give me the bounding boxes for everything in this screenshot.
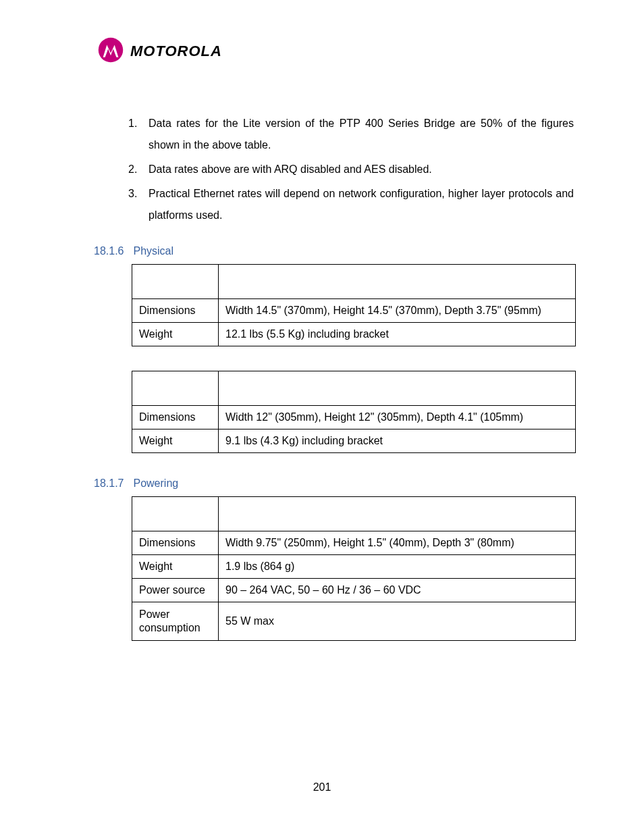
spec-value: Width 14.5" (370mm), Height 14.5" (370mm…: [219, 299, 576, 323]
svg-point-0: [99, 38, 123, 62]
spec-value: 9.1 lbs (4.3 Kg) including bracket: [219, 429, 576, 453]
table-row: Dimensions Width 12" (305mm), Height 12"…: [132, 406, 576, 429]
table-row: [132, 371, 576, 406]
page-number: 201: [0, 781, 644, 793]
powering-table: Dimensions Width 9.75" (250mm), Height 1…: [132, 496, 576, 641]
notes-list: 1.Data rates for the Lite version of the…: [128, 113, 574, 226]
spec-label: Weight: [132, 555, 219, 579]
spec-value: 90 – 264 VAC, 50 – 60 Hz / 36 – 60 VDC: [219, 579, 576, 602]
section-heading-physical: 18.1.6 Physical: [94, 245, 574, 257]
physical-table-2: Dimensions Width 12" (305mm), Height 12"…: [132, 371, 576, 453]
table-row: Weight 9.1 lbs (4.3 Kg) including bracke…: [132, 429, 576, 453]
table-row: Weight 1.9 lbs (864 g): [132, 555, 576, 579]
list-item: 2.Data rates above are with ARQ disabled…: [128, 159, 574, 180]
section-title: Physical: [133, 245, 173, 257]
spec-value: 12.1 lbs (5.5 Kg) including bracket: [219, 323, 576, 346]
table-row: Dimensions Width 9.75" (250mm), Height 1…: [132, 531, 576, 555]
table-row: [132, 265, 576, 299]
spec-label: Power consumption: [132, 602, 219, 641]
spec-value: 55 W max: [219, 602, 576, 641]
physical-table-1: Dimensions Width 14.5" (370mm), Height 1…: [132, 264, 576, 346]
spec-label: Power source: [132, 579, 219, 602]
list-item: 1.Data rates for the Lite version of the…: [128, 113, 574, 156]
spec-label: Dimensions: [132, 299, 219, 323]
spec-label: Dimensions: [132, 531, 219, 555]
section-number: 18.1.6: [94, 245, 124, 257]
list-item: 3.Practical Ethernet rates will depend o…: [128, 183, 574, 226]
spec-label: Weight: [132, 323, 219, 346]
spec-value: Width 9.75" (250mm), Height 1.5" (40mm),…: [219, 531, 576, 555]
table-row: Weight 12.1 lbs (5.5 Kg) including brack…: [132, 323, 576, 346]
logo: MOTOROLA: [98, 37, 574, 66]
section-heading-powering: 18.1.7 Powering: [94, 477, 574, 490]
section-number: 18.1.7: [94, 477, 124, 490]
spec-value: Width 12" (305mm), Height 12" (305mm), D…: [219, 406, 576, 429]
spec-value: 1.9 lbs (864 g): [219, 555, 576, 579]
table-row: [132, 497, 576, 531]
section-title: Powering: [133, 477, 178, 490]
table-row: Power source 90 – 264 VAC, 50 – 60 Hz / …: [132, 579, 576, 602]
spec-label: Weight: [132, 429, 219, 453]
logo-wordmark: MOTOROLA: [130, 43, 222, 60]
spec-label: Dimensions: [132, 406, 219, 429]
table-row: Power consumption 55 W max: [132, 602, 576, 641]
motorola-logo-icon: [98, 37, 124, 66]
table-row: Dimensions Width 14.5" (370mm), Height 1…: [132, 299, 576, 323]
